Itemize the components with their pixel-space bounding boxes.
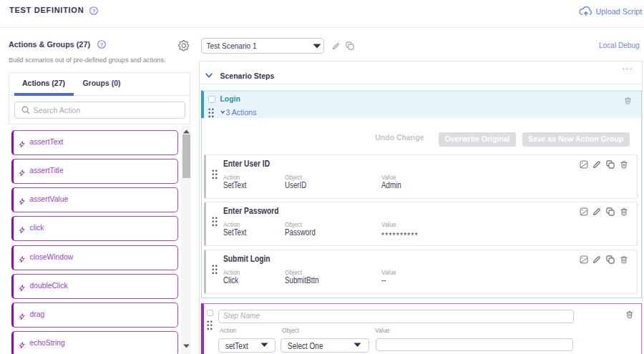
- svg-text:?: ?: [92, 8, 96, 14]
- svg-text:?: ?: [100, 41, 104, 48]
